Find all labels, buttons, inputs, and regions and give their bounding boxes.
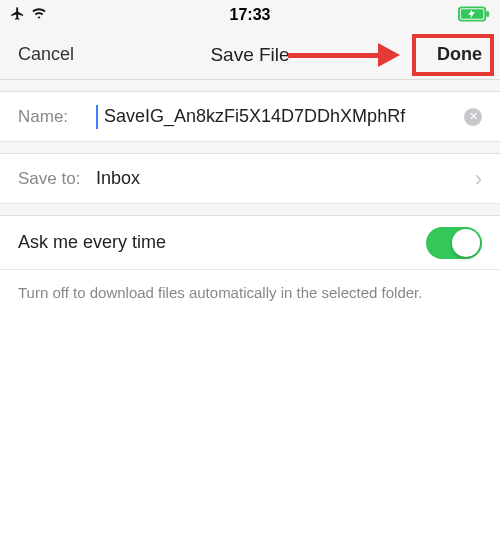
page-title: Save File <box>210 44 289 66</box>
airplane-mode-icon <box>10 6 25 24</box>
status-bar: 17:33 <box>0 0 500 30</box>
name-input[interactable]: SaveIG_An8kzFi5X14D7DDhXMphRf <box>104 106 452 127</box>
svg-rect-1 <box>486 11 489 17</box>
save-to-value: Inbox <box>96 168 475 189</box>
wifi-icon <box>31 7 47 23</box>
toggle-label: Ask me every time <box>18 232 166 253</box>
save-to-row[interactable]: Save to: Inbox › <box>0 154 500 204</box>
chevron-right-icon: › <box>475 166 482 192</box>
description-text: Turn off to download files automatically… <box>0 270 500 315</box>
close-icon: ✕ <box>469 111 478 122</box>
ask-every-time-row: Ask me every time <box>0 216 500 270</box>
annotation-arrow <box>288 48 408 62</box>
battery-charging-icon <box>458 6 490 25</box>
name-row[interactable]: Name: SaveIG_An8kzFi5X14D7DDhXMphRf ✕ <box>0 92 500 142</box>
cancel-button[interactable]: Cancel <box>18 44 74 65</box>
annotation-highlight-box <box>412 34 494 76</box>
clear-input-button[interactable]: ✕ <box>464 108 482 126</box>
name-label: Name: <box>18 107 96 127</box>
nav-bar: Cancel Save File Done <box>0 30 500 80</box>
status-time: 17:33 <box>230 6 271 24</box>
save-to-label: Save to: <box>18 169 96 189</box>
text-cursor <box>96 105 98 129</box>
ask-every-time-toggle[interactable] <box>426 227 482 259</box>
